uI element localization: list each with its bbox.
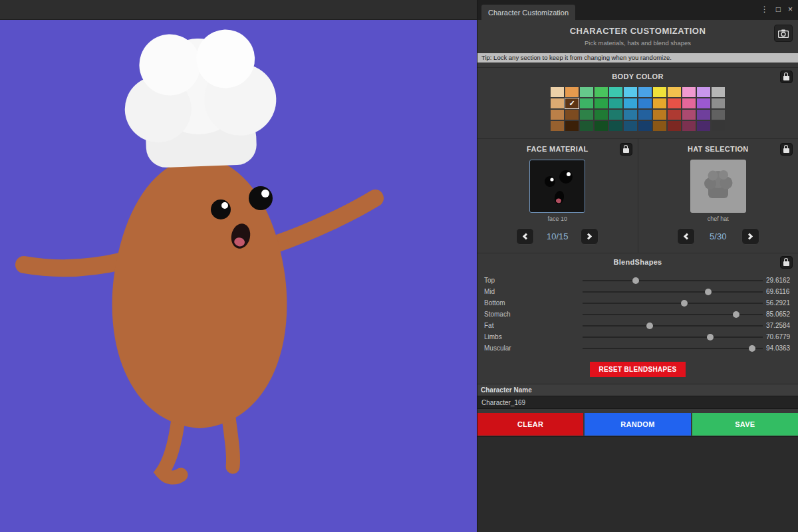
color-swatch[interactable] bbox=[653, 98, 666, 108]
face-next-button[interactable] bbox=[581, 228, 598, 245]
hat-next-button[interactable] bbox=[741, 228, 759, 245]
hat-selection-pager: 5/30 bbox=[638, 228, 798, 245]
hat-selection-lock-button[interactable] bbox=[780, 143, 793, 156]
color-swatch[interactable] bbox=[668, 121, 681, 131]
character-right-arm bbox=[274, 198, 375, 245]
lock-icon bbox=[783, 148, 789, 153]
color-swatch[interactable] bbox=[580, 121, 593, 131]
slider-handle[interactable] bbox=[749, 345, 755, 352]
color-swatch[interactable] bbox=[638, 98, 652, 108]
color-swatch[interactable] bbox=[551, 98, 564, 108]
color-swatch[interactable] bbox=[712, 98, 725, 108]
color-swatch[interactable] bbox=[682, 87, 696, 97]
color-swatch[interactable] bbox=[609, 121, 622, 131]
color-swatch[interactable] bbox=[682, 121, 696, 131]
blendshape-row: Fat37.2584 bbox=[484, 320, 797, 331]
maximize-icon[interactable]: □ bbox=[776, 5, 781, 14]
color-swatch[interactable] bbox=[565, 121, 579, 131]
blendshape-label: Fat bbox=[484, 322, 583, 329]
color-swatch[interactable] bbox=[712, 110, 725, 120]
slider-handle[interactable] bbox=[733, 311, 739, 318]
character-left-leg bbox=[162, 419, 181, 477]
material-hat-section: FACE MATERIAL face 10 10/15 bbox=[477, 138, 798, 253]
hat-prev-button[interactable] bbox=[677, 228, 695, 245]
blendshape-slider[interactable] bbox=[583, 321, 763, 331]
color-swatch[interactable] bbox=[653, 110, 666, 120]
color-swatch[interactable] bbox=[624, 110, 637, 120]
slider-handle[interactable] bbox=[632, 277, 639, 284]
color-swatch[interactable] bbox=[551, 87, 564, 97]
character-right-leg bbox=[229, 418, 233, 467]
blendshapes-lock-button[interactable] bbox=[780, 256, 793, 269]
hat-selection-preview bbox=[690, 160, 746, 213]
slider-handle[interactable] bbox=[705, 289, 712, 295]
color-swatch[interactable] bbox=[638, 110, 652, 120]
blendshape-value: 85.0652 bbox=[766, 311, 797, 318]
color-swatch[interactable] bbox=[624, 98, 637, 108]
color-swatch[interactable] bbox=[682, 98, 696, 108]
color-swatch[interactable] bbox=[580, 98, 593, 108]
color-swatch[interactable] bbox=[668, 87, 681, 97]
tab-character-customization[interactable]: Character Customization bbox=[481, 5, 575, 20]
slider-handle[interactable] bbox=[707, 334, 714, 340]
color-swatch[interactable] bbox=[580, 110, 593, 120]
page-subtitle: Pick materials, hats and blend shapes bbox=[477, 39, 798, 47]
slider-handle[interactable] bbox=[681, 300, 688, 307]
blendshape-slider[interactable] bbox=[583, 332, 763, 342]
color-swatch[interactable] bbox=[697, 98, 710, 108]
kebab-menu-icon[interactable]: ⋮ bbox=[761, 5, 769, 14]
color-swatch[interactable] bbox=[609, 87, 622, 97]
viewport-toolbar bbox=[0, 0, 477, 20]
color-swatch[interactable] bbox=[595, 110, 608, 120]
color-swatch[interactable] bbox=[565, 87, 579, 97]
blendshape-slider[interactable] bbox=[583, 299, 763, 308]
character-name-input[interactable]: Character_169 bbox=[477, 396, 798, 409]
color-swatch[interactable] bbox=[624, 87, 637, 97]
blendshape-slider[interactable] bbox=[583, 310, 763, 319]
color-swatch[interactable] bbox=[595, 87, 608, 97]
color-swatch[interactable] bbox=[682, 110, 696, 120]
panel-tabbar: Character Customization ⋮ □ × bbox=[477, 0, 798, 20]
color-swatch[interactable] bbox=[653, 121, 666, 131]
color-swatch[interactable] bbox=[668, 110, 681, 120]
face-material-lock-button[interactable] bbox=[620, 143, 632, 156]
blendshape-slider[interactable] bbox=[583, 276, 763, 285]
color-swatch[interactable] bbox=[697, 87, 710, 97]
body-color-lock-button[interactable] bbox=[780, 70, 793, 83]
color-swatch[interactable] bbox=[638, 121, 652, 131]
face-prev-button[interactable] bbox=[516, 228, 534, 245]
blendshape-sliders: Top29.6162Mid69.6116Bottom56.2921Stomach… bbox=[477, 271, 798, 354]
color-swatch[interactable] bbox=[565, 110, 579, 120]
color-swatch[interactable] bbox=[653, 87, 666, 97]
color-swatch[interactable] bbox=[551, 121, 564, 131]
reset-blendshapes-button[interactable]: RESET BLENDSHAPES bbox=[590, 362, 686, 377]
slider-handle[interactable] bbox=[646, 323, 653, 329]
camera-icon bbox=[778, 29, 789, 38]
clear-button[interactable]: CLEAR bbox=[477, 413, 583, 436]
color-swatch[interactable] bbox=[697, 110, 710, 120]
color-swatch[interactable] bbox=[638, 87, 652, 97]
blendshape-slider[interactable] bbox=[583, 344, 763, 353]
color-swatch[interactable] bbox=[624, 121, 637, 131]
random-button[interactable]: RANDOM bbox=[585, 413, 690, 436]
blendshape-value: 29.6162 bbox=[766, 277, 797, 284]
color-swatch[interactable] bbox=[697, 121, 710, 131]
blendshape-slider[interactable] bbox=[583, 287, 763, 297]
hat-selection-column: HAT SELECTION chef hat 5 bbox=[638, 139, 798, 253]
color-swatch[interactable] bbox=[551, 110, 564, 120]
color-swatch[interactable] bbox=[595, 98, 608, 108]
close-icon[interactable]: × bbox=[788, 5, 793, 14]
color-swatch[interactable] bbox=[712, 121, 725, 131]
color-swatch[interactable] bbox=[595, 121, 608, 131]
color-swatch[interactable] bbox=[609, 98, 622, 108]
color-swatch[interactable] bbox=[580, 87, 593, 97]
color-swatch[interactable] bbox=[668, 98, 681, 108]
color-swatch[interactable] bbox=[609, 110, 622, 120]
viewport-3d[interactable] bbox=[0, 20, 477, 532]
blendshape-label: Stomach bbox=[484, 311, 583, 318]
chef-hat-icon bbox=[700, 169, 737, 203]
color-swatch[interactable] bbox=[712, 87, 725, 97]
save-button[interactable]: SAVE bbox=[692, 413, 798, 436]
screenshot-button[interactable] bbox=[774, 25, 793, 42]
color-swatch[interactable]: ✓ bbox=[565, 98, 579, 108]
